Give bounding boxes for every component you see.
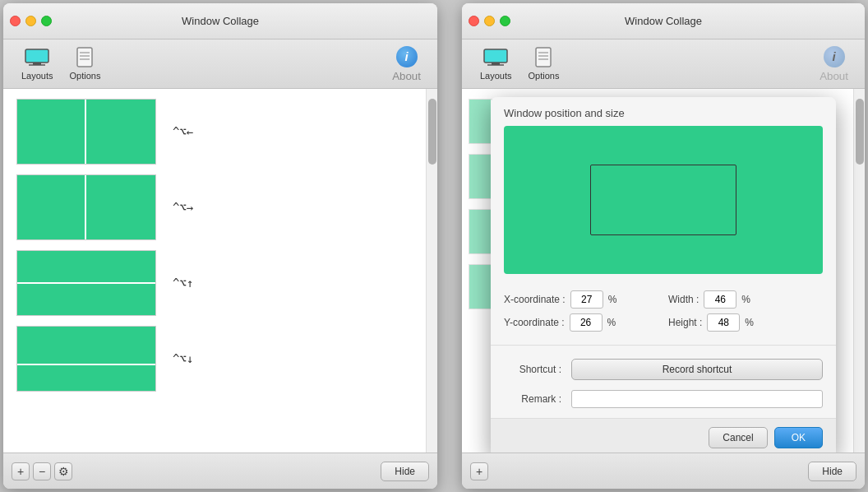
scrollbar-thumb-left[interactable] [428, 99, 436, 165]
bottom-row-3 [17, 284, 155, 315]
width-input[interactable] [704, 290, 736, 309]
shortcut-row: Shortcut : Record shortcut [491, 352, 836, 387]
svg-rect-7 [484, 49, 507, 63]
scrollbar-left[interactable] [426, 89, 437, 453]
left-content: ^⌥← ^⌥→ [3, 89, 437, 453]
x-input[interactable] [570, 290, 603, 309]
add-button-right[interactable]: + [470, 462, 488, 480]
remove-button-left[interactable]: − [33, 462, 51, 480]
height-input[interactable] [707, 313, 740, 332]
svg-rect-3 [77, 48, 92, 67]
dialog-divider [491, 345, 836, 346]
y-input[interactable] [570, 313, 603, 332]
shortcut-2: ^⌥→ [173, 201, 193, 214]
minimize-button-right[interactable] [484, 16, 495, 26]
svg-rect-0 [25, 49, 48, 63]
record-shortcut-button[interactable]: Record shortcut [571, 359, 823, 380]
layout-visual-1 [17, 100, 155, 164]
hide-button-right[interactable]: Hide [808, 462, 856, 481]
y-unit: % [607, 317, 616, 328]
options-label-right: Options [529, 71, 560, 81]
layouts-label-left: Layouts [21, 71, 53, 81]
remark-row: Remark : [491, 387, 836, 418]
layout-visual-2 [17, 175, 155, 239]
right-titlebar: Window Collage [462, 3, 865, 39]
options-button-left[interactable]: Options [62, 44, 109, 84]
top-large-4 [17, 327, 155, 365]
x-coord-row: X-coordinate : % [504, 290, 658, 309]
right-content-area: Window position and size X-coordinate : … [462, 89, 865, 453]
right-window-title: Window Collage [625, 15, 702, 27]
left-toolbar: Layouts Options i About [3, 39, 437, 89]
close-button-left[interactable] [10, 16, 21, 26]
layout-visual-3 [17, 251, 155, 315]
layouts-button-right[interactable]: Layouts [472, 44, 520, 84]
layout-visual-4 [17, 327, 155, 391]
maximize-button-right[interactable] [500, 16, 510, 26]
options-label-left: Options [70, 71, 101, 81]
list-item[interactable]: ^⌥→ [16, 174, 413, 240]
options-button-right[interactable]: Options [520, 44, 568, 84]
dialog-overlay: Window position and size X-coordinate : … [462, 89, 865, 453]
shortcut-label: Shortcut : [504, 364, 561, 375]
about-button-right[interactable]: i About [813, 43, 855, 86]
left-bottom-bar: + − ⚙ Hide [3, 453, 437, 489]
close-button-right[interactable] [469, 16, 479, 26]
dialog-buttons: Cancel OK [491, 418, 836, 453]
layout-preview-4 [16, 326, 156, 392]
info-icon-right: i [824, 46, 845, 67]
right-bottom-bar: + Hide [462, 453, 865, 489]
layout-preview-3 [16, 250, 156, 316]
layout-preview-1 [16, 99, 156, 165]
list-item[interactable]: ^⌥← [16, 99, 413, 165]
layout-preview-2 [16, 174, 156, 240]
right-half-1 [86, 100, 155, 164]
right-toolbar: Layouts Options i About [462, 39, 865, 89]
list-item[interactable]: ^⌥↑ [16, 250, 413, 316]
maximize-button-left[interactable] [41, 16, 52, 26]
y-label: Y-coordinate : [504, 317, 565, 328]
options-icon-right [530, 47, 556, 68]
svg-rect-10 [536, 48, 551, 67]
position-preview [504, 126, 823, 274]
hide-button-left[interactable]: Hide [381, 462, 429, 481]
minimize-button-left[interactable] [25, 16, 36, 26]
shortcut-4: ^⌥↓ [173, 352, 193, 365]
layouts-button-left[interactable]: Layouts [13, 44, 62, 84]
x-label: X-coordinate : [504, 294, 566, 305]
list-item[interactable]: ^⌥↓ [16, 326, 413, 392]
options-icon-left [72, 47, 98, 68]
position-window-indicator [590, 165, 736, 235]
top-row-3 [17, 251, 155, 284]
ok-button[interactable]: OK [774, 427, 823, 448]
add-button-left[interactable]: + [12, 462, 30, 480]
position-dialog: Window position and size X-coordinate : … [491, 97, 836, 453]
y-coord-row: Y-coordinate : % [504, 313, 658, 332]
left-half-2 [17, 175, 86, 239]
info-icon-left: i [396, 46, 418, 67]
traffic-lights-left [10, 16, 52, 26]
width-unit: % [741, 294, 750, 305]
left-titlebar: Window Collage [3, 3, 437, 39]
remark-input[interactable] [571, 390, 823, 408]
about-button-left[interactable]: i About [386, 43, 427, 86]
about-label-left: About [392, 70, 421, 82]
height-unit: % [745, 317, 754, 328]
x-unit: % [608, 294, 617, 305]
layouts-icon-left [24, 47, 50, 68]
height-label: Height : [668, 317, 702, 328]
cancel-button[interactable]: Cancel [709, 427, 767, 448]
layout-list-left: ^⌥← ^⌥→ [3, 89, 426, 453]
right-window: Window Collage Layouts [462, 3, 865, 489]
about-label-right: About [820, 70, 848, 82]
right-half-2 [86, 175, 155, 239]
dialog-title: Window position and size [491, 97, 836, 126]
coords-grid: X-coordinate : % Width : % Y-coordinate … [491, 284, 836, 338]
left-window: Window Collage Layouts [3, 3, 437, 489]
traffic-lights-right [469, 16, 510, 26]
layouts-label-right: Layouts [480, 71, 512, 81]
shortcut-1: ^⌥← [173, 125, 193, 138]
width-label: Width : [668, 294, 699, 305]
left-half-1 [17, 100, 86, 164]
gear-button-left[interactable]: ⚙ [54, 462, 72, 480]
